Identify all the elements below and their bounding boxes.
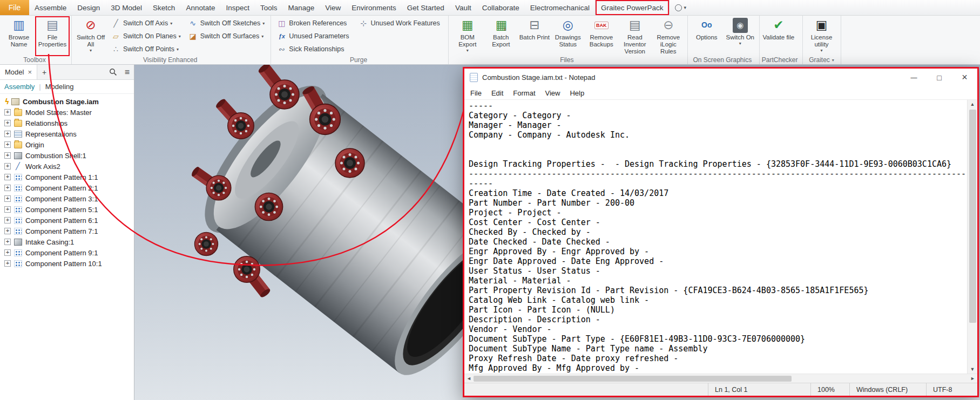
ribbon-tab[interactable]: Get Started [402,0,450,15]
tree-item-icon [14,206,22,213]
tree-item[interactable]: + Component Pattern 7:1 [0,226,134,236]
expander-icon[interactable]: + [4,217,11,223]
ribbon-tab[interactable]: Design [72,0,105,15]
expander-icon[interactable]: + [4,206,11,213]
ribbon-small-button[interactable]: Switch On Planes ▾ [107,30,185,43]
tree-item[interactable]: ϟ Combustion Stage.iam [0,96,134,107]
tree-item[interactable]: + Combustion Shell:1 [0,150,134,161]
tree-item[interactable]: + Component Pattern 5:1 [0,204,134,215]
expander-icon[interactable]: + [4,260,11,267]
ribbon-tab[interactable]: View [320,0,346,15]
vertical-scrollbar[interactable] [967,100,977,374]
ribbon-small-button[interactable]: Switch Off Sketches ▾ [185,17,269,30]
ribbon-button-icon [527,18,542,33]
expander-icon[interactable]: + [4,152,11,159]
notepad-menu-item[interactable]: Edit [486,89,508,97]
scroll-up-icon[interactable] [968,100,977,109]
ribbon-small-button[interactable]: Sick Relationships [273,43,355,56]
expander-icon[interactable]: + [4,174,11,180]
ribbon-large-button[interactable]: Options [690,17,724,56]
tree-item[interactable]: + Component Pattern 1:1 [0,172,134,182]
expander-icon[interactable]: + [4,120,11,126]
ribbon-large-button[interactable]: Remove iLogic Rules [652,17,685,56]
expander-icon[interactable]: + [4,109,11,116]
scroll-down-icon[interactable] [968,365,977,374]
notepad-titlebar[interactable]: Combustion Stage.iam.txt - Notepad [464,69,977,86]
ribbon-small-button[interactable]: Switch Off Points ▾ [107,43,185,56]
notepad-menu-item[interactable]: Format [508,89,540,97]
ribbon-tab[interactable]: 3D Model [105,0,147,15]
ribbon-large-button[interactable]: Batch Export [484,17,518,56]
expander-icon[interactable]: ϟ [4,98,10,105]
ribbon-tab-label: Graitec PowerPack [601,4,664,12]
add-tab-button[interactable]: + [37,65,51,79]
tree-item[interactable]: + Origin [0,139,134,150]
ribbon-small-button[interactable]: Switch Off Surfaces ▾ [185,30,269,43]
ribbon-large-button[interactable]: Remove Backups [585,17,618,56]
ribbon-large-button[interactable]: Drawings Status [551,17,585,56]
ribbon-tab[interactable]: Graitec PowerPack [595,0,670,15]
tree-item[interactable]: + Intake Casing:1 [0,236,134,247]
ribbon-large-button[interactable]: Browse Name [2,17,36,56]
close-button[interactable] [952,69,977,86]
expander-icon[interactable]: + [4,163,11,170]
ribbon-large-button[interactable]: File Properties [36,17,69,56]
ribbon-small-button[interactable]: Unused Work Features [355,17,446,30]
tree-item[interactable]: + Representations [0,128,134,139]
ribbon-small-button[interactable]: Broken References [273,17,355,30]
ribbon-large-button[interactable]: BOM Export ▾ [451,17,484,56]
ribbon-tab[interactable]: Inspect [220,0,255,15]
ribbon-tab[interactable]: Annotate [180,0,220,15]
ribbon-large-button[interactable]: License utility ▾ [805,17,839,56]
ribbon-display-options-button[interactable]: ▾ [670,0,692,15]
tree-item[interactable]: + Component Pattern 3:1 [0,193,134,204]
ribbon-small-button[interactable]: Unused Parameters [273,30,355,43]
tree-item[interactable]: + Component Pattern 6:1 [0,215,134,226]
scroll-right-icon[interactable] [968,374,977,383]
notepad-menu-item[interactable]: View [540,89,565,97]
tab-modeling[interactable]: Modeling [45,83,74,91]
tree-item[interactable]: + Component Pattern 10:1 [0,258,134,269]
ribbon-tab[interactable]: Tools [255,0,283,15]
hamburger-menu-icon[interactable]: ≡ [120,65,134,79]
scrollbar-thumb[interactable] [474,376,792,382]
tree-item[interactable]: + Component Pattern 9:1 [0,247,134,258]
tree-item[interactable]: + Work Axis2 [0,161,134,172]
tree-item[interactable]: + Model States: Master [0,107,134,118]
expander-icon[interactable]: + [4,239,11,245]
ribbon-tab[interactable]: Assemble [29,0,72,15]
ribbon-large-button[interactable]: Batch Print [518,17,551,56]
ribbon-large-button[interactable]: Read Inventor Version [618,17,652,56]
ribbon-large-button[interactable]: Switch Off All ▾ [74,17,107,56]
notepad-menu-item[interactable]: File [465,89,486,97]
notepad-menu-item[interactable]: Help [565,89,589,97]
ribbon-tab[interactable]: Electromechanical [525,0,595,15]
ribbon-tab[interactable]: Collaborate [477,0,525,15]
close-icon[interactable]: × [28,68,32,76]
search-icon[interactable] [106,65,120,79]
expander-icon[interactable]: + [4,249,11,256]
horizontal-scrollbar[interactable] [464,374,977,383]
ribbon-tab[interactable]: Manage [282,0,320,15]
scrollbar-thumb[interactable] [969,110,976,323]
ribbon-tab[interactable]: Sketch [147,0,180,15]
maximize-button[interactable] [927,69,952,86]
tab-model[interactable]: Model × [0,65,37,79]
ribbon-tab[interactable]: Environments [346,0,402,15]
ribbon-tab[interactable]: Vault [450,0,477,15]
scroll-left-icon[interactable] [464,374,474,383]
minimize-button[interactable] [901,69,927,86]
expander-icon[interactable]: + [4,228,11,234]
expander-icon[interactable]: + [4,195,11,202]
ribbon-large-button[interactable]: Switch On ▾ [724,17,757,56]
ribbon-small-button[interactable]: Switch Off Axis ▾ [107,17,185,30]
tree-item[interactable]: + Component Pattern 2:1 [0,182,134,193]
expander-icon[interactable]: + [4,141,11,148]
ribbon-large-button[interactable]: Validate file [762,17,795,56]
tab-assembly[interactable]: Assembly [4,83,35,91]
expander-icon[interactable]: + [4,131,11,137]
tree-item[interactable]: + Relationships [0,118,134,128]
file-menu-button[interactable]: File [0,0,29,15]
expander-icon[interactable]: + [4,185,11,191]
notepad-text-area[interactable]: ----- Category - Category - Manager - Ma… [464,100,967,374]
